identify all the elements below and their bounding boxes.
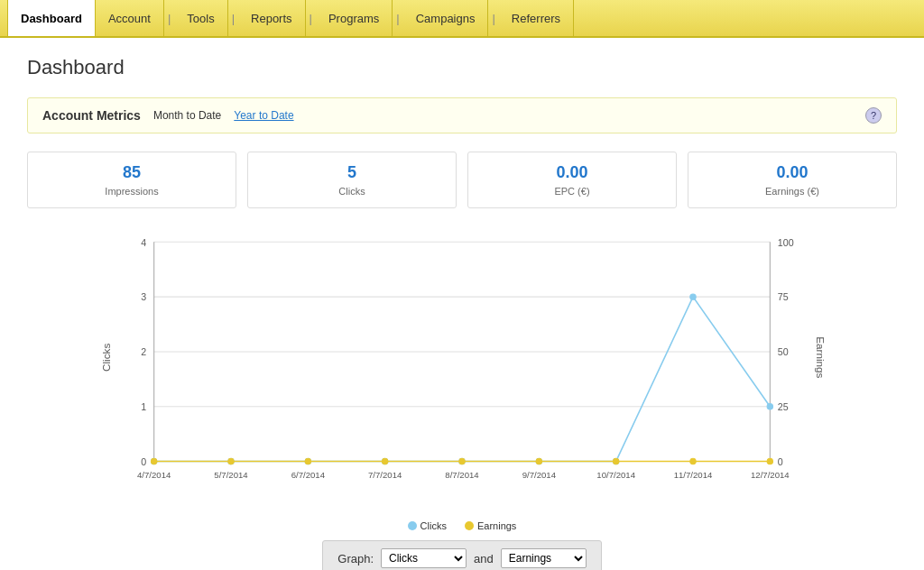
svg-point-41	[382, 458, 387, 464]
page-content: Dashboard Account Metrics Month to Date …	[0, 38, 924, 570]
svg-point-43	[536, 458, 541, 464]
svg-text:Clicks: Clicks	[100, 344, 112, 372]
svg-point-46	[767, 458, 772, 464]
svg-text:50: 50	[778, 346, 789, 357]
svg-text:100: 100	[778, 237, 794, 248]
chart-svg: 0 1 2 3 4 0 25 50 75 100 Clicks Earnings…	[27, 223, 897, 511]
metric-box-epc: 0.00 EPC (€)	[467, 152, 677, 208]
nav-tab-referrers[interactable]: Referrers	[499, 0, 574, 36]
nav-tab-reports[interactable]: Reports	[238, 0, 306, 36]
svg-text:8/7/2014: 8/7/2014	[445, 470, 479, 480]
svg-text:4: 4	[141, 237, 146, 248]
svg-text:9/7/2014: 9/7/2014	[522, 470, 557, 480]
svg-text:5/7/2014: 5/7/2014	[214, 470, 248, 480]
clicks-label: Clicks	[255, 186, 448, 197]
svg-point-38	[151, 458, 156, 464]
metric-box-clicks: 5 Clicks	[247, 152, 457, 208]
legend-earnings-dot	[465, 521, 474, 530]
earnings-value: 0.00	[696, 163, 889, 182]
svg-point-44	[613, 458, 618, 464]
svg-text:2: 2	[141, 346, 146, 357]
svg-point-42	[459, 458, 465, 464]
metric-box-earnings: 0.00 Earnings (€)	[688, 152, 897, 208]
svg-text:6/7/2014: 6/7/2014	[291, 470, 326, 480]
chart-container: 0 1 2 3 4 0 25 50 75 100 Clicks Earnings…	[27, 223, 897, 511]
svg-point-40	[305, 458, 310, 464]
epc-label: EPC (€)	[476, 186, 669, 197]
svg-text:75: 75	[778, 291, 789, 302]
legend-earnings-label: Earnings	[477, 520, 516, 531]
metrics-tab-year[interactable]: Year to Date	[234, 109, 293, 122]
svg-text:0: 0	[778, 456, 783, 467]
metric-boxes: 85 Impressions 5 Clicks 0.00 EPC (€) 0.0…	[27, 152, 897, 208]
legend-clicks: Clicks	[408, 520, 447, 531]
metrics-title: Account Metrics	[42, 108, 141, 123]
nav-tab-dashboard[interactable]: Dashboard	[7, 0, 96, 36]
svg-text:7/7/2014: 7/7/2014	[368, 470, 402, 480]
svg-text:25: 25	[778, 401, 789, 412]
graph-and-label: and	[474, 552, 494, 565]
epc-value: 0.00	[476, 163, 669, 182]
svg-point-39	[228, 458, 234, 464]
svg-point-45	[690, 458, 696, 464]
graph-label: Graph:	[337, 552, 374, 565]
impressions-label: Impressions	[35, 186, 228, 197]
svg-text:3: 3	[141, 291, 146, 302]
svg-text:1: 1	[141, 401, 146, 412]
chart-legend: Clicks Earnings	[27, 520, 897, 531]
clicks-value: 5	[255, 163, 448, 182]
metrics-header: Account Metrics Month to Date Year to Da…	[42, 107, 882, 124]
nav-tab-campaigns[interactable]: Campaigns	[403, 0, 489, 36]
svg-text:10/7/2014: 10/7/2014	[596, 470, 635, 480]
legend-earnings: Earnings	[465, 520, 516, 531]
page-title: Dashboard	[27, 56, 897, 79]
top-nav: Dashboard Account | Tools | Reports | Pr…	[0, 0, 924, 38]
graph-select-1[interactable]: Clicks Impressions Earnings EPC	[381, 548, 467, 568]
svg-text:4/7/2014: 4/7/2014	[137, 470, 171, 480]
help-icon[interactable]: ?	[865, 107, 882, 124]
nav-tab-tools[interactable]: Tools	[174, 0, 227, 36]
svg-text:0: 0	[141, 456, 146, 467]
impressions-value: 85	[35, 163, 228, 182]
svg-point-37	[767, 404, 772, 409]
legend-clicks-label: Clicks	[420, 520, 447, 531]
legend-clicks-dot	[408, 521, 417, 530]
metrics-tab-month: Month to Date	[153, 109, 221, 122]
svg-point-36	[690, 294, 696, 299]
nav-tab-account[interactable]: Account	[96, 0, 164, 36]
svg-text:12/7/2014: 12/7/2014	[751, 470, 790, 480]
metrics-section: Account Metrics Month to Date Year to Da…	[27, 97, 897, 133]
graph-selector: Graph: Clicks Impressions Earnings EPC a…	[322, 540, 601, 570]
svg-text:Earnings: Earnings	[815, 336, 827, 378]
svg-text:11/7/2014: 11/7/2014	[674, 470, 713, 480]
metric-box-impressions: 85 Impressions	[27, 152, 236, 208]
earnings-label: Earnings (€)	[696, 186, 889, 197]
nav-tab-programs[interactable]: Programs	[316, 0, 393, 36]
graph-select-2[interactable]: Earnings Clicks EPC Impressions	[501, 548, 587, 568]
